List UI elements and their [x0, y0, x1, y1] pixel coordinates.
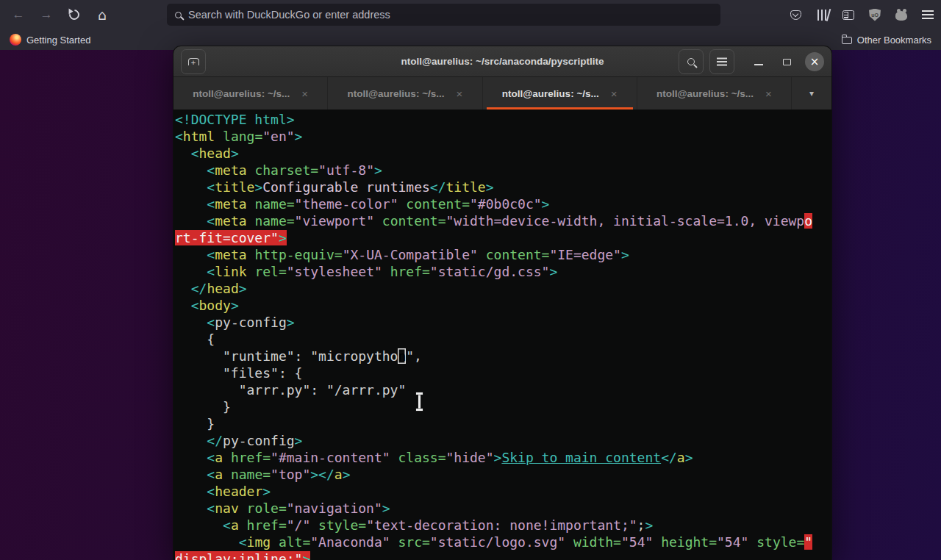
vim-cursor: n — [398, 348, 406, 364]
code-line: <body> — [175, 297, 831, 314]
forward-icon: → — [40, 7, 53, 22]
new-tab-icon — [188, 58, 199, 65]
tab-close-icon[interactable]: × — [765, 87, 772, 100]
chevron-down-icon: ▾ — [809, 88, 814, 98]
sidebar-button[interactable] — [842, 9, 854, 21]
home-button[interactable]: ⌂ — [91, 4, 113, 25]
code-line: <header> — [175, 483, 831, 500]
folder-icon — [842, 37, 852, 44]
code-line: "runtime": "micropython", — [175, 348, 831, 365]
sidebar-icon — [842, 10, 854, 20]
code-line: <head> — [175, 145, 831, 162]
navigation-buttons: ← → ⌂ — [0, 4, 113, 25]
code-line: </py-config> — [175, 432, 831, 449]
terminal-tab-active[interactable]: ntoll@aurelius: ~/s...× — [483, 77, 637, 110]
code-line: "files": { — [175, 365, 831, 381]
code-line: } — [175, 415, 831, 432]
code-line: "arrr.py": "/arrr.py" — [175, 381, 831, 398]
terminal-search-icon — [687, 58, 695, 65]
toolbar-right-icons: uO — [790, 0, 934, 29]
code-line: } — [175, 398, 831, 415]
library-icon — [821, 10, 823, 21]
terminal-menu-icon — [717, 61, 727, 62]
terminal-screen[interactable]: <!DOCTYPE html><html lang="en"> <head> <… — [173, 110, 831, 560]
terminal-search-button[interactable] — [679, 49, 704, 74]
terminal-tab[interactable]: ntoll@aurelius: ~/s...× — [637, 77, 792, 110]
code-line: <meta charset="utf-8"> — [175, 162, 831, 179]
address-bar[interactable] — [167, 4, 720, 26]
code-line: <html lang="en"> — [175, 128, 831, 145]
firefox-favicon — [10, 34, 21, 46]
back-icon: ← — [12, 7, 25, 22]
tab-list-dropdown-button[interactable]: ▾ — [792, 77, 831, 110]
terminal-tab[interactable]: ntoll@aurelius: ~/s...× — [173, 77, 328, 110]
code-line: rt-fit=cover"> — [175, 229, 831, 246]
pocket-icon — [790, 10, 801, 20]
close-icon: × — [810, 57, 820, 68]
bookmark-getting-started[interactable]: Getting Started — [10, 34, 90, 46]
other-bookmarks-label: Other Bookmarks — [857, 35, 931, 46]
terminal-tab-strip: ntoll@aurelius: ~/s...×ntoll@aurelius: ~… — [173, 77, 831, 110]
maximize-button[interactable] — [777, 52, 796, 71]
terminal-tab-label: ntoll@aurelius: ~/s... — [502, 88, 599, 99]
tab-close-icon[interactable]: × — [611, 87, 618, 100]
code-line: <meta http-equiv="X-UA-Compatible" conte… — [175, 246, 831, 263]
browser-toolbar: ← → ⌂ uO — [0, 0, 941, 29]
forward-button[interactable]: → — [35, 4, 57, 25]
tab-close-icon[interactable]: × — [301, 87, 308, 100]
reload-button[interactable] — [63, 4, 85, 25]
ublock-shield-icon: uO — [869, 9, 881, 21]
code-line: <a href="#main-content" class="hide">Ski… — [175, 449, 831, 466]
tab-close-icon[interactable]: × — [457, 87, 463, 100]
ublock-extension-button[interactable]: uO — [869, 9, 881, 21]
maximize-icon — [783, 59, 791, 65]
code-line: <meta name="theme-color" content="#0b0c0… — [175, 195, 831, 212]
terminal-tab-label: ntoll@aurelius: ~/s... — [193, 88, 290, 99]
terminal-headerbar[interactable]: ntoll@aurelius: ~/src/anaconda/pyscriptl… — [173, 46, 831, 77]
home-icon: ⌂ — [98, 7, 107, 23]
code-line: <a href="/" style="text-decoration: none… — [175, 517, 831, 534]
terminal-window: ntoll@aurelius: ~/src/anaconda/pyscriptl… — [173, 46, 831, 560]
close-button[interactable]: × — [805, 52, 824, 71]
extension-icon — [895, 11, 907, 21]
code-line: <py-config> — [175, 314, 831, 331]
reload-icon — [67, 7, 82, 22]
code-line: <!DOCTYPE html> — [175, 111, 831, 128]
bookmark-label: Getting Started — [26, 35, 90, 46]
code-line: <img alt="Anaconda" src="static/logo.svg… — [175, 534, 831, 550]
library-button[interactable] — [816, 9, 828, 21]
minimize-icon — [754, 64, 763, 65]
minimize-button[interactable] — [749, 52, 768, 71]
app-menu-button[interactable] — [922, 9, 934, 21]
other-bookmarks-button[interactable]: Other Bookmarks — [842, 35, 931, 46]
back-button[interactable]: ← — [7, 4, 29, 25]
hamburger-menu-icon — [922, 14, 934, 15]
search-icon — [175, 12, 182, 18]
code-line: </head> — [175, 280, 831, 297]
code-line: <title>Configurable runtimes</title> — [175, 179, 831, 195]
code-line: { — [175, 331, 831, 348]
headerbar-controls: × — [679, 46, 824, 77]
pocket-button[interactable] — [790, 9, 801, 21]
search-input[interactable] — [188, 9, 712, 21]
code-line: <link rel="stylesheet" href="static/gd.c… — [175, 263, 831, 280]
code-line: <meta name="viewport" content="width=dev… — [175, 212, 831, 229]
code-line: <a name="top"></a> — [175, 466, 831, 483]
code-line: display:inline;"> — [175, 550, 831, 560]
terminal-tab-label: ntoll@aurelius: ~/s... — [347, 88, 444, 99]
text-cursor — [418, 394, 421, 409]
code-line: <nav role="navigation"> — [175, 500, 831, 517]
new-tab-button[interactable] — [181, 49, 206, 74]
terminal-tab-label: ntoll@aurelius: ~/s... — [656, 88, 754, 99]
terminal-menu-button[interactable] — [709, 49, 734, 74]
terminal-tab[interactable]: ntoll@aurelius: ~/s...× — [328, 77, 482, 110]
extension-button[interactable] — [895, 9, 907, 21]
